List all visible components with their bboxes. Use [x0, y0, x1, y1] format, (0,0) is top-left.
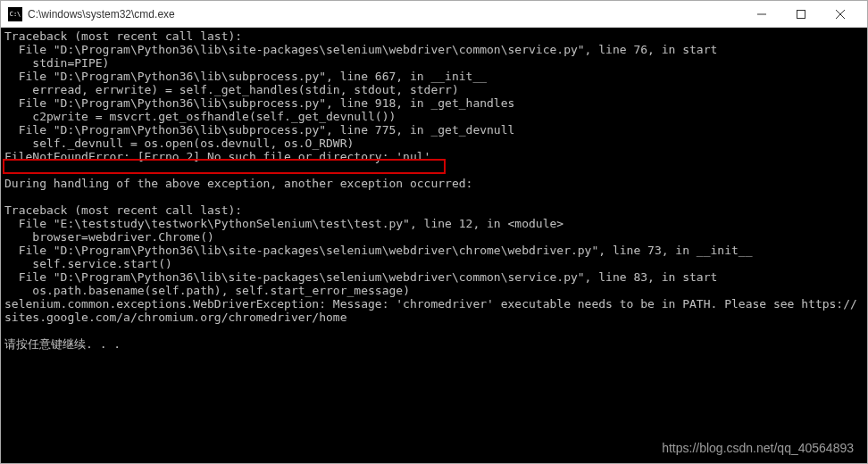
- window-title: C:\windows\system32\cmd.exe: [28, 8, 742, 21]
- close-icon: [836, 10, 845, 19]
- terminal-line: self._devnull = os.open(os.devnull, os.O…: [4, 137, 864, 150]
- close-button[interactable]: [821, 2, 860, 27]
- minimize-icon: [757, 10, 766, 19]
- terminal-line: os.path.basename(self.path), self.start_…: [4, 284, 864, 297]
- watermark: https://blog.csdn.net/qq_40564893: [662, 441, 854, 455]
- terminal-output[interactable]: Traceback (most recent call last): File …: [1, 28, 867, 463]
- terminal-line: [4, 324, 864, 337]
- terminal-line: self.service.start(): [4, 257, 864, 270]
- terminal-line: Traceback (most recent call last):: [4, 203, 864, 217]
- terminal-line: File "D:\Program\Python36\lib\subprocess…: [4, 96, 864, 110]
- terminal-line: File "D:\Program\Python36\lib\subprocess…: [4, 70, 864, 83]
- app-icon: [8, 7, 22, 21]
- terminal-line: File "D:\Program\Python36\lib\subprocess…: [4, 123, 864, 137]
- terminal-line: errread, errwrite) = self._get_handles(s…: [4, 83, 864, 96]
- terminal-line: 请按任意键继续. . .: [4, 337, 864, 351]
- terminal-line: FileNotFoundError: [Errno 2] No such fil…: [4, 150, 864, 163]
- maximize-button[interactable]: [781, 2, 821, 27]
- terminal-line: File "D:\Program\Python36\lib\site-packa…: [4, 270, 864, 284]
- terminal-line: browser=webdriver.Chrome(): [4, 230, 864, 244]
- svg-rect-1: [797, 10, 805, 18]
- terminal-line: [4, 163, 864, 177]
- terminal-line: Traceback (most recent call last):: [4, 29, 864, 43]
- maximize-icon: [797, 10, 805, 19]
- cmd-window: C:\windows\system32\cmd.exe Traceback (m…: [0, 0, 868, 464]
- minimize-button[interactable]: [742, 2, 781, 27]
- terminal-line: File "E:\teststudy\testwork\PythonSeleni…: [4, 217, 864, 230]
- terminal-line: selenium.common.exceptions.WebDriverExce…: [4, 297, 864, 324]
- terminal-line: stdin=PIPE): [4, 56, 864, 70]
- terminal-line: File "D:\Program\Python36\lib\site-packa…: [4, 43, 864, 56]
- titlebar[interactable]: C:\windows\system32\cmd.exe: [1, 1, 867, 28]
- terminal-line: During handling of the above exception, …: [4, 177, 864, 190]
- window-controls: [742, 2, 860, 27]
- terminal-line: File "D:\Program\Python36\lib\site-packa…: [4, 244, 864, 257]
- terminal-line: [4, 190, 864, 203]
- terminal-line: c2pwrite = msvcrt.get_osfhandle(self._ge…: [4, 110, 864, 123]
